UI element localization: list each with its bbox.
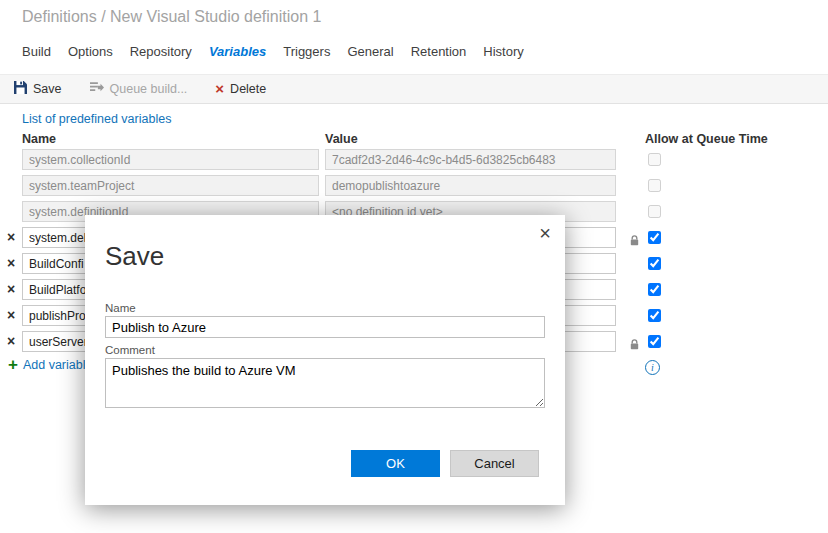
delete-variable-icon[interactable]: × xyxy=(7,229,15,245)
tab-retention[interactable]: Retention xyxy=(411,44,467,59)
plus-icon: + xyxy=(8,358,18,372)
tab-bar: Build Options Repository Variables Trigg… xyxy=(22,44,541,59)
tab-triggers[interactable]: Triggers xyxy=(283,44,330,59)
dialog-comment-textarea[interactable]: Publishes the build to Azure VM xyxy=(105,358,545,408)
column-header-name: Name xyxy=(22,132,56,146)
info-icon[interactable]: i xyxy=(645,360,660,375)
variable-value-input[interactable] xyxy=(325,175,616,196)
allow-queue-checkbox[interactable] xyxy=(648,283,661,296)
variable-value-input[interactable] xyxy=(325,149,616,170)
column-header-allow-at-queue-time: Allow at Queue Time xyxy=(645,132,768,146)
delete-variable-icon[interactable]: × xyxy=(7,307,15,323)
tab-general[interactable]: General xyxy=(347,44,393,59)
comment-label: Comment xyxy=(105,344,155,356)
lock-icon xyxy=(630,336,639,354)
allow-queue-checkbox[interactable] xyxy=(648,231,661,244)
delete-button[interactable]: × Delete xyxy=(215,82,266,96)
queue-build-label: Queue build... xyxy=(110,82,188,96)
table-row xyxy=(0,175,828,201)
allow-queue-checkbox[interactable] xyxy=(648,179,661,192)
tab-history[interactable]: History xyxy=(483,44,523,59)
delete-label: Delete xyxy=(230,82,266,96)
save-dialog: × Save Name Comment Publishes the build … xyxy=(85,215,565,505)
column-header-value: Value xyxy=(325,132,358,146)
tab-repository[interactable]: Repository xyxy=(130,44,192,59)
add-variable-button[interactable]: + Add variable xyxy=(8,358,92,372)
allow-queue-checkbox[interactable] xyxy=(648,257,661,270)
toolbar: Save Queue build... × Delete xyxy=(0,74,828,104)
delete-icon: × xyxy=(215,83,224,95)
tab-build[interactable]: Build xyxy=(22,44,51,59)
allow-queue-checkbox[interactable] xyxy=(648,153,661,166)
breadcrumb: Definitions / New Visual Studio definiti… xyxy=(22,8,321,26)
delete-variable-icon[interactable]: × xyxy=(7,333,15,349)
table-row xyxy=(0,149,828,175)
dialog-buttons: OK Cancel xyxy=(351,450,539,477)
delete-variable-icon[interactable]: × xyxy=(7,255,15,271)
dialog-title: Save xyxy=(105,241,164,272)
allow-queue-checkbox[interactable] xyxy=(648,335,661,348)
name-label: Name xyxy=(105,302,136,314)
delete-variable-icon[interactable]: × xyxy=(7,281,15,297)
tab-variables[interactable]: Variables xyxy=(209,44,266,59)
allow-queue-checkbox[interactable] xyxy=(648,309,661,322)
ok-button[interactable]: OK xyxy=(351,450,440,477)
add-variable-label: Add variable xyxy=(23,358,93,372)
lock-icon xyxy=(630,232,639,250)
queue-build-icon xyxy=(90,81,104,97)
save-icon xyxy=(14,81,27,97)
queue-build-button[interactable]: Queue build... xyxy=(90,81,188,97)
save-button[interactable]: Save xyxy=(14,81,62,97)
allow-queue-checkbox[interactable] xyxy=(648,205,661,218)
cancel-button[interactable]: Cancel xyxy=(450,450,539,477)
close-icon[interactable]: × xyxy=(539,223,551,243)
tab-options[interactable]: Options xyxy=(68,44,113,59)
dialog-name-input[interactable] xyxy=(105,316,545,338)
save-label: Save xyxy=(33,82,62,96)
variable-name-input[interactable] xyxy=(22,175,319,196)
variable-name-input[interactable] xyxy=(22,149,319,170)
predefined-variables-link[interactable]: List of predefined variables xyxy=(22,112,171,126)
